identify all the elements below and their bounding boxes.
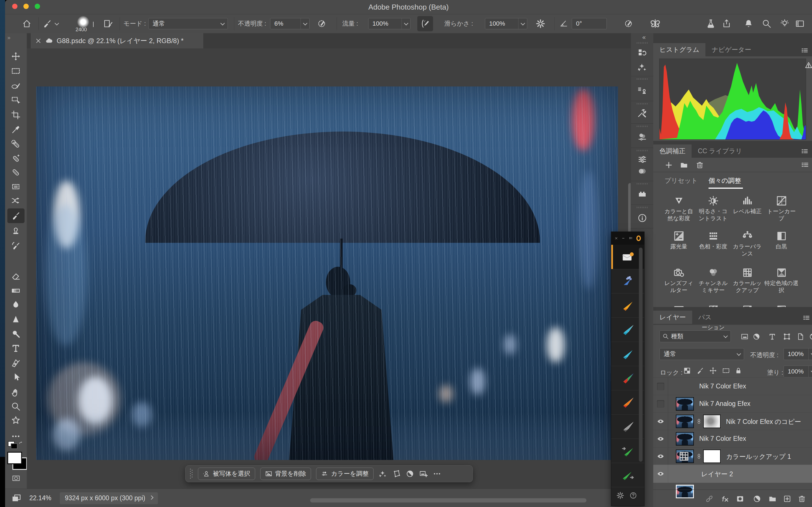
trash-icon[interactable] bbox=[696, 161, 704, 169]
adjustment-photo-filter[interactable]: レンズフィルター bbox=[662, 267, 696, 300]
layer-row[interactable]: Nik 7 Color Efex bbox=[653, 430, 812, 448]
folder-icon[interactable] bbox=[680, 161, 688, 169]
filter-adjustment-layers-icon[interactable] bbox=[753, 333, 760, 341]
airbrush-toggle[interactable] bbox=[417, 16, 433, 31]
chevron-down-icon[interactable] bbox=[93, 22, 94, 27]
list-view-icon[interactable] bbox=[629, 235, 633, 241]
lock-all-icon[interactable] bbox=[734, 367, 742, 375]
adjustment-curves[interactable]: トーンカーブ bbox=[764, 195, 799, 228]
collapse-panels-icon[interactable]: « bbox=[642, 34, 645, 41]
more-options-icon[interactable] bbox=[433, 469, 441, 478]
share-icon[interactable] bbox=[722, 19, 731, 29]
filter-clipped-icon[interactable] bbox=[809, 333, 812, 341]
adjustment-color-balance[interactable]: カラーバランス bbox=[730, 230, 764, 264]
tools-panel-icon[interactable] bbox=[637, 108, 647, 118]
ai-actions-panel-icon[interactable] bbox=[637, 62, 647, 72]
layer-row[interactable]: カラールックアップ 1 bbox=[653, 447, 812, 465]
add-image-icon[interactable] bbox=[419, 469, 428, 478]
lock-artboard-icon[interactable] bbox=[722, 367, 730, 375]
filter-pixel-layers-icon[interactable] bbox=[741, 333, 749, 341]
selection-brush-tool[interactable] bbox=[11, 81, 20, 91]
visibility-toggle[interactable] bbox=[653, 413, 668, 430]
history-panel-icon[interactable] bbox=[637, 47, 647, 57]
smoothing-field[interactable]: 100% bbox=[485, 18, 527, 29]
workspace-switcher-icon[interactable] bbox=[795, 19, 805, 29]
patch-tool[interactable] bbox=[11, 182, 20, 191]
chevron-down-icon[interactable] bbox=[55, 21, 59, 25]
quick-mask-icon[interactable] bbox=[11, 474, 21, 482]
visibility-toggle[interactable] bbox=[653, 430, 668, 448]
adjustment-color-lookup[interactable]: カラールックアップ bbox=[730, 267, 764, 300]
tab-cc-libraries[interactable]: CC ライブラリ bbox=[692, 145, 748, 158]
layer-row-selected[interactable]: レイヤー 2 bbox=[653, 465, 812, 483]
document-image[interactable] bbox=[36, 87, 618, 460]
link-layers-icon[interactable] bbox=[705, 495, 714, 503]
lock-pixels-icon[interactable] bbox=[696, 367, 704, 375]
move-tool[interactable] bbox=[11, 52, 20, 61]
opacity-field[interactable]: 6% bbox=[270, 18, 310, 29]
bell-icon[interactable] bbox=[744, 19, 753, 29]
help-icon[interactable] bbox=[629, 492, 637, 499]
add-mask-icon[interactable] bbox=[736, 495, 744, 503]
fx-icon[interactable] bbox=[721, 495, 729, 503]
visibility-toggle[interactable] bbox=[653, 448, 668, 465]
gradient-tool[interactable] bbox=[11, 286, 20, 295]
lock-position-icon[interactable] bbox=[709, 367, 717, 375]
healing-brush-tool[interactable] bbox=[11, 168, 20, 177]
adjustment-levels[interactable]: レベル補正 bbox=[730, 195, 764, 228]
tab-histogram[interactable]: ヒストグラム bbox=[653, 43, 705, 56]
properties-panel-icon[interactable] bbox=[637, 154, 647, 165]
visibility-toggle[interactable] bbox=[653, 378, 668, 395]
search-icon[interactable] bbox=[762, 19, 771, 29]
tab-paths[interactable]: パス bbox=[692, 311, 718, 324]
filter-type-layers-icon[interactable] bbox=[768, 333, 776, 341]
remove-background-button[interactable]: 背景を削除 bbox=[260, 467, 311, 480]
brush-tool[interactable] bbox=[11, 211, 20, 221]
panel-menu-icon[interactable] bbox=[801, 148, 808, 155]
visibility-toggle[interactable] bbox=[653, 465, 668, 483]
new-group-icon[interactable] bbox=[768, 495, 777, 503]
canvas-horizontal-scrollbar[interactable] bbox=[310, 498, 587, 503]
subtab-individual[interactable]: 個々の調整 bbox=[709, 176, 741, 185]
pressure-opacity-icon[interactable] bbox=[317, 19, 327, 29]
gear-icon[interactable] bbox=[616, 492, 624, 499]
history-brush-tool[interactable] bbox=[11, 241, 20, 250]
remove-tool[interactable] bbox=[11, 154, 20, 163]
pen-tool[interactable] bbox=[11, 358, 20, 368]
adjustment-black-white[interactable]: 白黒 bbox=[764, 230, 799, 264]
zoom-level[interactable]: 22.14% bbox=[29, 494, 51, 502]
generative-sparkle-icon[interactable] bbox=[378, 469, 387, 478]
transform-icon[interactable] bbox=[392, 469, 401, 478]
panel-menu-icon[interactable] bbox=[801, 161, 809, 169]
star-tool[interactable] bbox=[11, 415, 20, 425]
select-subject-button[interactable]: 被写体を選択 bbox=[198, 467, 255, 480]
adjustment-selective-color[interactable]: 特定色域の選択 bbox=[764, 267, 799, 300]
minimize-icon[interactable] bbox=[622, 236, 625, 241]
adjustment-brightness[interactable]: 明るさ・コントラスト bbox=[696, 195, 730, 228]
layer-row[interactable]: Nik 7 Color Efex bbox=[653, 378, 812, 395]
adjust-color-button[interactable]: カラーを調整 bbox=[316, 467, 373, 480]
layer-row[interactable]: Nik 7 Analog Efex bbox=[653, 395, 812, 413]
brush-settings-panel-icon[interactable] bbox=[103, 19, 113, 29]
home-icon[interactable] bbox=[22, 19, 32, 29]
marquee-tool[interactable] bbox=[11, 66, 20, 76]
adjustment-channel-mixer[interactable]: チャンネルミキサー bbox=[696, 267, 730, 300]
layer-fill-field[interactable]: 100% bbox=[783, 365, 812, 378]
nik-item[interactable] bbox=[611, 463, 644, 487]
subtab-presets[interactable]: プリセット bbox=[665, 176, 698, 185]
eyedropper-tool[interactable] bbox=[11, 125, 20, 134]
layer-blend-mode-select[interactable]: 通常 bbox=[659, 348, 744, 360]
brush-preset-preview[interactable] bbox=[77, 16, 89, 28]
panel-menu-icon[interactable] bbox=[801, 47, 808, 54]
gear-icon[interactable] bbox=[536, 19, 545, 29]
adjustment-icon[interactable] bbox=[406, 469, 414, 478]
adjustment-vibrance[interactable]: カラーと自然な彩度 bbox=[662, 195, 696, 228]
nik-scrollbar[interactable] bbox=[639, 247, 643, 462]
object-selection-tool[interactable] bbox=[11, 96, 20, 105]
close-icon[interactable] bbox=[615, 236, 618, 241]
hand-tool[interactable] bbox=[11, 388, 20, 397]
info-panel-icon[interactable] bbox=[637, 213, 647, 223]
content-aware-move-tool[interactable] bbox=[11, 196, 20, 205]
tab-navigator[interactable]: ナビゲーター bbox=[705, 43, 757, 56]
new-adjustment-icon[interactable] bbox=[753, 495, 761, 503]
